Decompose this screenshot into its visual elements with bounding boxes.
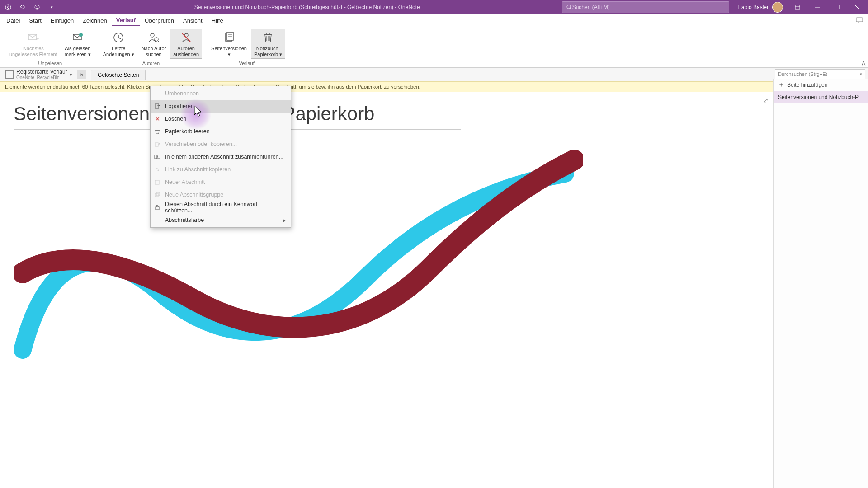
ribbon-group-ungelesen: Nächstes ungelesenes Element Als gelesen…: [4, 29, 97, 66]
close-button[interactable]: [848, 1, 866, 14]
svg-point-0: [5, 5, 11, 10]
menu-hilfe[interactable]: Hilfe: [207, 15, 228, 26]
cm-password-protect[interactable]: Diesen Abschnitt durch ein Kennwort schü…: [151, 201, 291, 214]
cm-copy-link: Link zu Abschnitt kopieren: [151, 163, 291, 176]
svg-point-4: [567, 5, 571, 9]
menu-zeichnen[interactable]: Zeichnen: [78, 15, 111, 26]
ribbon-group-label: Autoren: [142, 61, 160, 66]
ribbon-btn-seitenversionen[interactable]: Seitenversionen ▾: [208, 29, 250, 59]
menu-ueberpruefen[interactable]: Überprüfen: [140, 15, 179, 26]
page-number[interactable]: 5: [77, 70, 86, 79]
section-tab-deleted[interactable]: Gelöschte Seiten: [91, 70, 146, 80]
ribbon-btn-autoren-ausblenden[interactable]: Autoren ausblenden: [170, 29, 202, 59]
menu-start[interactable]: Start: [24, 15, 46, 26]
link-icon: [153, 165, 161, 174]
expand-icon[interactable]: ⤢: [763, 97, 769, 104]
qa-dropdown[interactable]: ▾: [45, 1, 58, 14]
svg-rect-6: [795, 5, 800, 9]
menu-einfuegen[interactable]: Einfügen: [46, 15, 78, 26]
minimize-button[interactable]: [808, 1, 826, 14]
ribbon: Nächstes ungelesenes Element Als gelesen…: [0, 27, 868, 68]
cm-export[interactable]: Exportieren...: [151, 100, 291, 113]
menu-ansicht[interactable]: Ansicht: [179, 15, 207, 26]
ribbon-btn-letzte-aenderungen[interactable]: Letzte Änderungen ▾: [100, 29, 137, 59]
ribbon-group-verlauf: Seitenversionen ▾ Notizbuch- Papierkorb …: [205, 29, 288, 66]
svg-rect-34: [155, 155, 157, 159]
cm-new-section-group: Neue Abschnittsgruppe: [151, 188, 291, 201]
ribbon-btn-gelesen[interactable]: Als gelesen markieren ▾: [61, 29, 94, 59]
user-name: Fabio Basler: [738, 4, 769, 10]
cm-rename: Umbenennen: [151, 87, 291, 100]
menu-verlauf[interactable]: Verlauf: [112, 15, 140, 26]
info-bar: Elemente werden endgültig nach 60 Tagen …: [0, 81, 868, 92]
lock-icon: [153, 203, 161, 211]
add-page-button[interactable]: ＋ Seite hinzufügen: [774, 79, 868, 91]
ribbon-label: Autoren ausblenden: [173, 46, 199, 57]
delete-x-icon: ✕: [153, 115, 161, 123]
page-list-pane: ＋ Seite hinzufügen Seitenversionen und N…: [773, 79, 868, 488]
svg-point-3: [38, 6, 38, 7]
notebook-icon: [5, 70, 14, 79]
svg-rect-35: [158, 155, 160, 159]
cm-move-copy: Verschieben oder kopieren...: [151, 138, 291, 150]
blank-icon: [153, 89, 161, 98]
chevron-down-icon: ▾: [70, 72, 72, 77]
user-block[interactable]: Fabio Basler: [735, 2, 787, 13]
back-button[interactable]: [2, 1, 14, 14]
menu-bar: Datei Start Einfügen Zeichnen Verlauf Üb…: [0, 14, 868, 27]
page-search-placeholder: Durchsuchen (Strg+E): [778, 71, 827, 77]
page-list-item[interactable]: Seitenversionen und Notizbuch-P: [774, 91, 868, 103]
section-icon: [153, 178, 161, 186]
cm-new-section: Neuer Abschnitt: [151, 176, 291, 188]
sync-button[interactable]: [31, 1, 43, 14]
ribbon-label: Nächstes ungelesenes Element: [9, 46, 57, 57]
maximize-button[interactable]: [828, 1, 846, 14]
context-menu: Umbenennen Exportieren... ✕ Löschen Papi…: [150, 86, 291, 228]
cm-section-color[interactable]: Abschnittsfarbe ▶: [151, 214, 291, 226]
ribbon-display-options[interactable]: [788, 1, 807, 14]
menu-datei[interactable]: Datei: [2, 15, 24, 26]
page-title[interactable]: Seitenversionen und Notizbuch-Papierkorb: [0, 92, 773, 127]
search-input[interactable]: [572, 4, 725, 10]
ribbon-btn-papierkorb[interactable]: Notizbuch- Papierkorb ▾: [251, 29, 285, 59]
page-versions-icon: [222, 30, 236, 45]
ribbon-group-label: Ungelesen: [38, 61, 62, 66]
cm-delete[interactable]: ✕ Löschen: [151, 113, 291, 125]
page-canvas[interactable]: ⤢ Seitenversionen und Notizbuch-Papierko…: [0, 92, 773, 488]
ribbon-label: Nach Autor suchen: [142, 46, 166, 57]
page-search[interactable]: Durchsuchen (Strg+E) ▾: [775, 69, 865, 79]
chevron-right-icon: ▶: [283, 218, 286, 223]
trash-icon: [261, 30, 275, 45]
clock-icon: [111, 30, 126, 45]
undo-button[interactable]: [16, 1, 29, 14]
svg-line-19: [158, 41, 159, 42]
notebook-subtitle: OneNote_RecycleBin: [16, 75, 67, 80]
svg-point-15: [79, 33, 83, 37]
ribbon-collapse[interactable]: ⋀: [862, 61, 865, 66]
notebook-title: Registerkarte Verlauf: [16, 69, 67, 75]
svg-rect-36: [155, 180, 159, 184]
trash-empty-icon: [153, 127, 161, 136]
ribbon-btn-nach-autor[interactable]: Nach Autor suchen: [138, 29, 169, 59]
titlebar: ▾ Seitenversionen und Notizbuch-Papierko…: [0, 0, 868, 14]
cm-merge[interactable]: In einem anderen Abschnitt zusammenführe…: [151, 150, 291, 163]
ribbon-label: Notizbuch- Papierkorb ▾: [254, 46, 282, 57]
svg-rect-27: [267, 33, 269, 34]
chevron-down-icon: ▾: [860, 72, 862, 76]
svg-point-1: [35, 5, 39, 9]
blank-icon: [153, 216, 161, 224]
mail-next-icon: [26, 30, 41, 45]
notebook-picker[interactable]: Registerkarte Verlauf OneNote_RecycleBin…: [3, 68, 75, 81]
author-hide-icon: [179, 30, 193, 45]
ribbon-btn-naechstes[interactable]: Nächstes ungelesenes Element: [6, 29, 61, 59]
export-icon: [153, 102, 161, 110]
svg-rect-33: [155, 143, 158, 146]
ribbon-label: Letzte Änderungen ▾: [103, 46, 134, 57]
comments-button[interactable]: [855, 16, 864, 25]
mark-read-icon: [71, 30, 85, 45]
svg-point-2: [36, 6, 36, 7]
ribbon-label: Als gelesen markieren ▾: [65, 46, 91, 57]
cm-empty-trash[interactable]: Papierkorb leeren: [151, 125, 291, 138]
search-box[interactable]: [562, 1, 729, 13]
ribbon-label: Seitenversionen ▾: [211, 46, 247, 57]
